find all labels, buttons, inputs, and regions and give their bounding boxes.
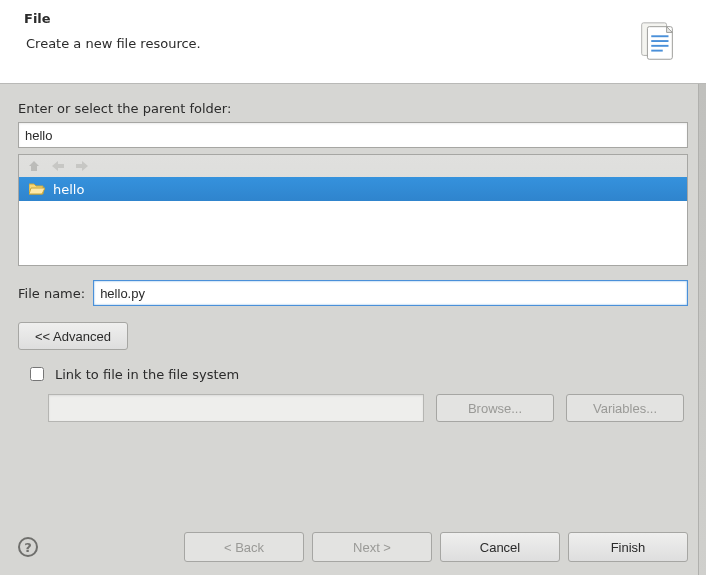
next-button: Next >	[312, 532, 432, 562]
dialog-body: Enter or select the parent folder:	[0, 83, 706, 422]
back-button: < Back	[184, 532, 304, 562]
parent-folder-label: Enter or select the parent folder:	[18, 101, 688, 116]
file-name-input[interactable]	[93, 280, 688, 306]
tree-item-hello[interactable]: hello	[19, 177, 687, 201]
home-icon[interactable]	[27, 159, 41, 173]
help-icon[interactable]: ?	[18, 537, 38, 557]
tree-list[interactable]: hello	[19, 177, 687, 265]
advanced-section: Link to file in the file system Browse..…	[18, 364, 688, 422]
file-wizard-icon	[634, 19, 680, 65]
link-path-input	[48, 394, 424, 422]
new-file-dialog: File Create a new file resource. Enter o…	[0, 0, 706, 575]
forward-arrow-icon[interactable]	[75, 159, 89, 173]
tree-item-label: hello	[53, 182, 84, 197]
variables-button: Variables...	[566, 394, 684, 422]
finish-button[interactable]: Finish	[568, 532, 688, 562]
dialog-subtitle: Create a new file resource.	[26, 36, 690, 51]
file-name-row: File name:	[18, 280, 688, 306]
dialog-title: File	[24, 11, 690, 26]
dialog-footer: ? < Back Next > Cancel Finish	[0, 525, 706, 575]
dialog-header: File Create a new file resource.	[0, 1, 706, 83]
tree-toolbar	[19, 155, 687, 177]
folder-open-icon	[29, 182, 45, 196]
cancel-button[interactable]: Cancel	[440, 532, 560, 562]
link-to-file-checkbox[interactable]	[30, 367, 44, 381]
folder-tree: hello	[18, 154, 688, 266]
parent-window-edge	[698, 1, 706, 575]
link-to-file-label: Link to file in the file system	[55, 367, 239, 382]
back-arrow-icon[interactable]	[51, 159, 65, 173]
file-name-label: File name:	[18, 286, 85, 301]
browse-button: Browse...	[436, 394, 554, 422]
advanced-toggle-button[interactable]: << Advanced	[18, 322, 128, 350]
parent-folder-input[interactable]	[18, 122, 688, 148]
